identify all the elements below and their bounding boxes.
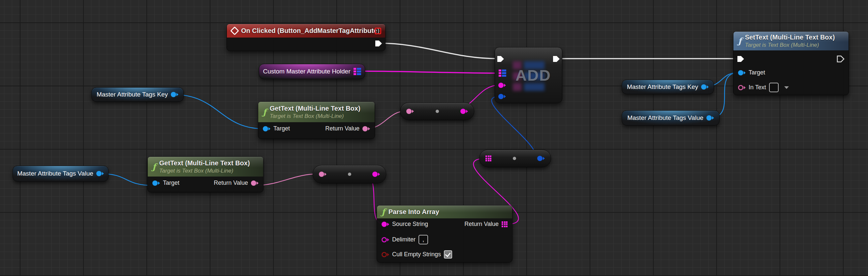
conversion-dot-icon <box>436 110 439 113</box>
intext-label: In Text <box>749 84 766 91</box>
gettext-header[interactable]: ƒ GetText (Multi-Line Text Box) Target i… <box>258 102 375 122</box>
function-icon: ƒ <box>738 37 742 45</box>
target-pin-row: Target <box>152 179 179 186</box>
variable-label: Master Attribute Tags Key <box>627 83 698 91</box>
delimiter-label: Delimiter <box>392 236 415 243</box>
node-parse-into-array[interactable]: ƒ Parse Into Array Source String Return … <box>377 205 513 263</box>
source-string-label: Source String <box>392 221 428 228</box>
delimiter-pin[interactable] <box>381 237 389 242</box>
exec-in-pin[interactable] <box>737 55 745 63</box>
node-subtitle: Target is Text Box (Multi-Line) <box>745 41 835 48</box>
delimiter-pin-row: Delimiter , <box>381 235 428 244</box>
key-in-pin[interactable] <box>498 83 506 88</box>
object-pin-out[interactable] <box>96 171 104 176</box>
cull-label: Cull Empty Strings <box>392 251 441 258</box>
map-target-pin[interactable] <box>499 69 506 77</box>
return-pin-row: Return Value <box>464 221 507 228</box>
target-pin[interactable] <box>152 180 160 186</box>
target-pin-row: Target <box>263 125 290 132</box>
return-pin-row: Return Value <box>325 125 370 132</box>
node-title: GetText (Multi-Line Text Box) <box>270 104 361 113</box>
target-pin-label: Target <box>273 125 290 132</box>
conversion-dot-icon <box>513 157 516 160</box>
delimiter-input[interactable]: , <box>418 235 428 244</box>
variable-label: Custom Master Attribute Holder <box>263 68 350 75</box>
node-subtitle: Target is Text Box (Multi-Line) <box>270 113 361 119</box>
settext-header[interactable]: ƒ SetText (Multi-Line Text Box) Target i… <box>734 32 848 50</box>
wire-key-to-gettext-target[interactable] <box>173 95 264 129</box>
variable-master-attribute-tags-value-left[interactable]: Master Attribute Tags Value <box>12 166 108 181</box>
object-pin-out[interactable] <box>701 84 709 90</box>
variable-label: Master Attribute Tags Key <box>97 91 168 98</box>
variable-label: Master Attribute Tags Value <box>627 114 704 122</box>
string-out-pin[interactable] <box>372 172 380 177</box>
wire-conversion-to-add-value[interactable] <box>492 97 535 158</box>
node-title: SetText (Multi-Line Text Box) <box>745 33 835 41</box>
node-array-conversion[interactable] <box>479 149 551 167</box>
conversion-dot-icon <box>348 173 351 176</box>
add-watermark-text: ADD <box>516 66 551 84</box>
target-pin-label: Target <box>749 69 765 76</box>
return-pin-label: Return Value <box>325 125 360 132</box>
node-settext[interactable]: ƒ SetText (Multi-Line Text Box) Target i… <box>733 31 849 95</box>
map-pin-out[interactable] <box>353 68 361 75</box>
event-diamond-icon <box>230 26 239 35</box>
target-pin-row: Target <box>738 69 765 76</box>
exec-out-pin[interactable] <box>552 55 560 63</box>
node-subtitle: Target is Text Box (Multi-Line) <box>159 167 250 174</box>
variable-master-attribute-tags-key-left[interactable]: Master Attribute Tags Key <box>91 87 184 102</box>
blueprint-graph-canvas[interactable]: On Clicked (Button_AddMasterTagAttribute… <box>0 0 868 276</box>
event-binding-icon <box>375 28 381 34</box>
node-text-to-string-conversion-lower[interactable] <box>313 165 386 183</box>
function-icon: ƒ <box>381 208 385 216</box>
cull-checkbox-checked[interactable] <box>444 250 452 258</box>
target-pin-label: Target <box>163 179 179 186</box>
node-on-clicked-event[interactable]: On Clicked (Button_AddMasterTagAttribute… <box>226 24 385 51</box>
return-value-pin[interactable] <box>363 126 370 131</box>
node-text-to-string-conversion-upper[interactable] <box>400 102 474 120</box>
target-pin[interactable] <box>738 70 746 75</box>
in-text-input[interactable] <box>769 83 779 92</box>
value-in-pin[interactable] <box>498 94 506 99</box>
text-in-pin[interactable] <box>406 109 414 114</box>
node-gettext-value[interactable]: ƒ GetText (Multi-Line Text Box) Target i… <box>147 157 264 192</box>
wire-exec-onclicked-to-add[interactable] <box>378 43 498 59</box>
gettext-header[interactable]: ƒ GetText (Multi-Line Text Box) Target i… <box>148 157 263 176</box>
return-value-pin[interactable] <box>251 180 258 186</box>
variable-custom-master-attribute-holder[interactable]: Custom Master Attribute Holder <box>259 64 365 79</box>
cull-empty-strings-pin[interactable] <box>381 252 389 257</box>
exec-in-pin[interactable] <box>497 55 504 63</box>
object-pin-out[interactable] <box>171 92 178 97</box>
source-string-pin[interactable] <box>381 222 389 227</box>
object-out-pin[interactable] <box>537 156 545 161</box>
variable-master-attribute-tags-value-right[interactable]: Master Attribute Tags Value <box>622 110 720 126</box>
string-out-pin[interactable] <box>460 109 468 114</box>
exec-out-pin[interactable] <box>837 55 845 63</box>
event-node-header[interactable]: On Clicked (Button_AddMasterTagAttribute… <box>227 24 385 38</box>
target-pin[interactable] <box>263 126 271 131</box>
source-string-pin-row: Source String <box>381 221 428 228</box>
parse-header[interactable]: ƒ Parse Into Array <box>377 206 512 218</box>
exec-out-pin[interactable] <box>375 40 382 47</box>
variable-master-attribute-tags-key-right[interactable]: Master Attribute Tags Key <box>622 80 714 94</box>
string-array-in-pin[interactable] <box>486 156 491 161</box>
wire-gettext-value-to-conversion[interactable] <box>254 174 318 185</box>
cull-pin-row: Cull Empty Strings <box>381 250 452 258</box>
text-in-pin[interactable] <box>319 172 327 177</box>
node-gettext-key[interactable]: ƒ GetText (Multi-Line Text Box) Target i… <box>258 101 375 139</box>
return-pin-row: Return Value <box>214 179 258 186</box>
wire-map-holder-to-add[interactable] <box>358 71 499 73</box>
intext-pin-row: In Text <box>738 83 789 92</box>
object-pin-out[interactable] <box>706 115 714 120</box>
event-node-title: On Clicked (Button_AddMasterTagAttribute… <box>241 27 380 35</box>
node-map-add[interactable]: ADD <box>495 47 562 103</box>
return-value-array-pin[interactable] <box>502 221 507 227</box>
node-title: GetText (Multi-Line Text Box) <box>159 159 250 167</box>
function-icon: ƒ <box>263 108 267 116</box>
function-icon: ƒ <box>152 163 156 171</box>
return-pin-label: Return Value <box>214 179 248 186</box>
node-title: Parse Into Array <box>389 208 439 216</box>
in-text-pin[interactable] <box>738 85 746 90</box>
variable-label: Master Attribute Tags Value <box>17 170 93 177</box>
in-text-dropdown-arrow[interactable] <box>784 86 789 89</box>
